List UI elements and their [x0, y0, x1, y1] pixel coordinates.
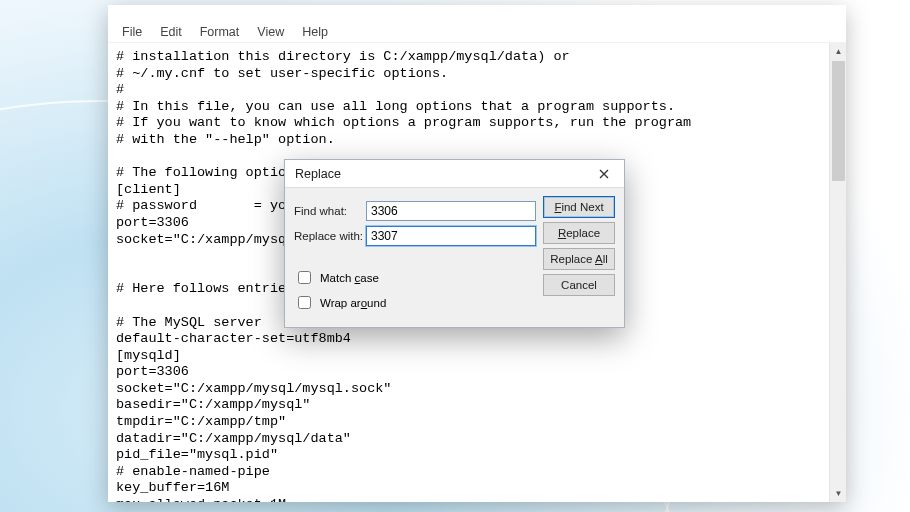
find-what-label: Find what: — [294, 205, 366, 217]
replace-all-button[interactable]: Replace All — [543, 248, 615, 270]
menu-help[interactable]: Help — [294, 23, 336, 41]
menu-view[interactable]: View — [249, 23, 292, 41]
replace-with-label: Replace with: — [294, 230, 366, 242]
find-what-input[interactable] — [366, 201, 536, 221]
find-next-button[interactable]: Find Next — [543, 196, 615, 218]
close-icon[interactable] — [590, 163, 618, 185]
titlebar[interactable] — [108, 5, 846, 21]
vertical-scrollbar[interactable]: ▲ ▼ — [829, 43, 846, 502]
cancel-button[interactable]: Cancel — [543, 274, 615, 296]
match-case-box[interactable] — [298, 271, 311, 284]
dialog-titlebar[interactable]: Replace — [285, 160, 624, 188]
dialog-title-text: Replace — [295, 167, 341, 181]
menu-file[interactable]: File — [114, 23, 150, 41]
match-case-label: Match case — [320, 272, 379, 284]
wrap-around-label: Wrap around — [320, 297, 386, 309]
menubar: File Edit Format View Help — [108, 21, 846, 43]
scroll-thumb[interactable] — [832, 61, 845, 181]
scroll-up-button[interactable]: ▲ — [830, 43, 846, 60]
menu-edit[interactable]: Edit — [152, 23, 190, 41]
replace-with-input[interactable] — [366, 226, 536, 246]
desktop-background: File Edit Format View Help # installatio… — [0, 0, 910, 512]
wrap-around-box[interactable] — [298, 296, 311, 309]
scroll-down-button[interactable]: ▼ — [830, 485, 846, 502]
dialog-body: Find what: Replace with: Match case Wrap… — [285, 188, 624, 320]
replace-dialog: Replace Find what: Replace with: Match c… — [284, 159, 625, 328]
dialog-buttons: Find Next Replace Replace All Cancel — [543, 196, 615, 296]
replace-button[interactable]: Replace — [543, 222, 615, 244]
menu-format[interactable]: Format — [192, 23, 248, 41]
